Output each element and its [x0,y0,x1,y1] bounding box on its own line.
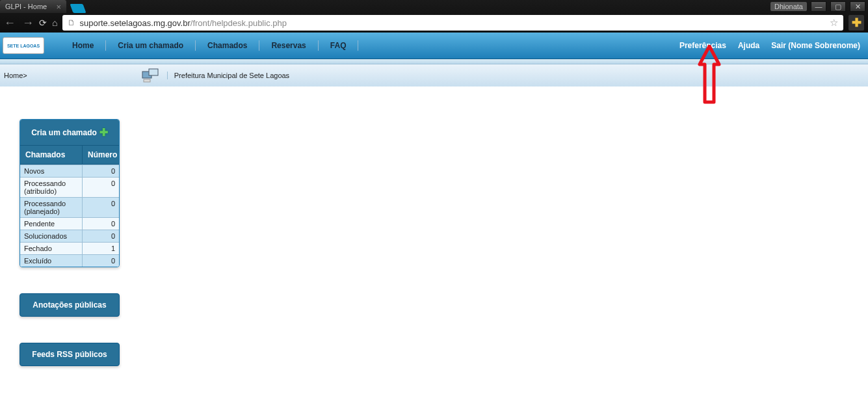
row-num: 0 [83,198,119,217]
row-num: 0 [83,230,119,242]
table-row[interactable]: Processando (planejado)0 [20,197,119,217]
app-header: SETE LAGOAS Home Cria um chamado Chamado… [0,33,868,59]
url-domain: suporte.setelagoas.mg.gov.br [79,18,190,28]
breadcrumb-org: Prefeitura Municipal de Sete Lagoas [167,72,289,79]
breadcrumb: Home> Prefeitura Municipal de Sete Lagoa… [0,64,868,86]
close-window-button[interactable]: ✕ [850,1,865,12]
row-num: 0 [83,178,119,197]
menu-faq[interactable]: FAQ [319,41,358,50]
extension-button[interactable]: ✚ [848,15,864,31]
create-ticket-label: Cria um chamado [31,128,97,137]
app-logo[interactable]: SETE LAGOAS [3,37,44,54]
logout-link[interactable]: Sair (Nome Sobrenome) [771,41,860,50]
col-number: Número [83,146,119,164]
menu-separator [358,40,358,51]
computer-icon [141,68,159,83]
plus-icon: ✚ [99,126,108,139]
home-button[interactable]: ⌂ [52,18,57,28]
col-tickets: Chamados [20,146,83,164]
svg-rect-1 [149,69,158,75]
close-icon[interactable]: × [57,2,62,12]
maximize-button[interactable]: ▢ [830,1,846,12]
reload-button[interactable]: ⟳ [39,18,47,28]
tab-bar: GLPI - Home × [0,0,868,13]
row-label: Novos [20,165,83,177]
table-row[interactable]: Processando (atribuído)0 [20,177,119,197]
nav-arrows: ← → [4,16,34,30]
row-label: Fechado [20,243,83,254]
forward-button[interactable]: → [22,16,34,30]
profile-badge[interactable]: Dhionata [770,2,807,11]
table-row[interactable]: Solucionados0 [20,230,119,242]
row-label: Solucionados [20,230,83,242]
logout-name: (Nome Sobrenome) [788,41,860,50]
header-stripe [0,59,868,64]
row-num: 0 [83,165,119,177]
table-row[interactable]: Pendente0 [20,217,119,230]
row-num: 1 [83,243,119,254]
menu-home[interactable]: Home [60,41,105,50]
svg-rect-2 [144,79,150,82]
row-num: 0 [83,218,119,230]
public-rss-button[interactable]: Feeds RSS públicos [20,343,120,366]
main-content: Cria um chamado ✚ Chamados Número Novos0… [0,86,868,366]
preferences-link[interactable]: Preferências [679,41,726,50]
ticket-summary-card: Cria um chamado ✚ Chamados Número Novos0… [20,119,120,267]
browser-tab[interactable]: GLPI - Home × [0,0,66,13]
main-menu: Home Cria um chamado Chamados Reservas F… [60,40,358,51]
breadcrumb-home[interactable]: Home> [4,72,27,79]
table-row[interactable]: Fechado1 [20,242,119,254]
table-row[interactable]: Novos0 [20,165,119,177]
row-label: Excluído [20,255,83,267]
window-controls: Dhionata — ▢ ✕ [770,1,865,12]
ticket-table-header: Chamados Número [20,146,119,165]
menu-create-ticket[interactable]: Cria um chamado [106,41,195,50]
url-path: /front/helpdesk.public.php [191,18,287,28]
table-row[interactable]: Excluído0 [20,254,119,267]
ticket-rows: Novos0 Processando (atribuído)0 Processa… [20,165,119,267]
tab-title: GLPI - Home [5,3,47,10]
logout-prefix: Sair [771,41,786,50]
row-num: 0 [83,255,119,267]
menu-tickets[interactable]: Chamados [196,41,259,50]
row-label: Pendente [20,218,83,230]
page-icon: 🗋 [68,18,75,27]
logo-text: SETE LAGOAS [7,44,40,48]
menu-reservations[interactable]: Reservas [259,41,317,50]
url-bar[interactable]: 🗋 suporte.setelagoas.mg.gov.br/front/hel… [62,15,843,31]
create-ticket-button[interactable]: Cria um chamado ✚ [20,120,119,146]
back-button[interactable]: ← [4,16,16,30]
help-link[interactable]: Ajuda [738,41,759,50]
row-label: Processando (planejado) [20,198,83,217]
bookmark-icon[interactable]: ☆ [830,17,838,29]
public-notes-button[interactable]: Anotações públicas [20,293,120,317]
new-tab-button[interactable] [70,4,86,13]
row-label: Processando (atribuído) [20,178,83,197]
nav-bar: ← → ⟳ ⌂ 🗋 suporte.setelagoas.mg.gov.br/f… [0,13,868,33]
minimize-button[interactable]: — [811,1,826,12]
header-right: Preferências Ajuda Sair (Nome Sobrenome) [679,41,868,50]
browser-chrome: GLPI - Home × Dhionata — ▢ ✕ ← → ⟳ ⌂ 🗋 s… [0,0,868,33]
